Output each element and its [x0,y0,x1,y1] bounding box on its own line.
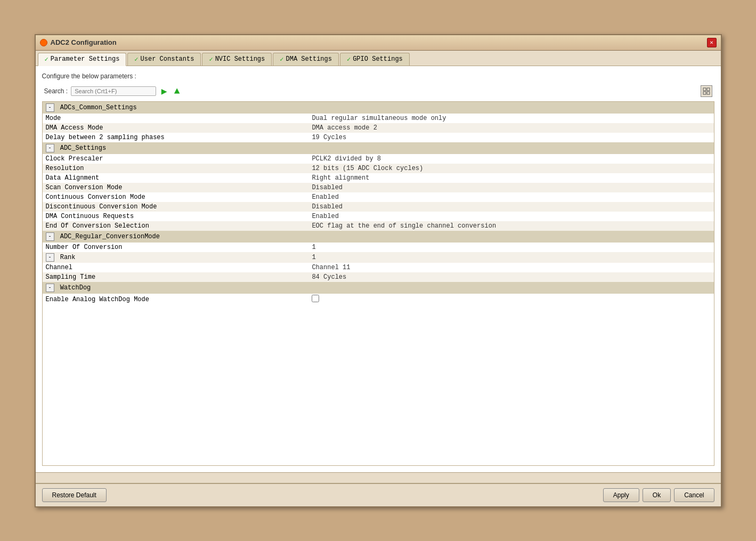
collapse-adc-settings-button[interactable]: - [46,144,54,152]
table-row: Sampling Time 84 Cycles [43,272,714,282]
title-bar: ADC2 Configuration ✕ [36,35,721,51]
param-value: Dual regular simultaneous mode only [308,114,713,123]
search-prev-button[interactable]: ▲ [172,86,182,96]
table-row: Data Alignment Right alignment [43,173,714,183]
main-window: ADC2 Configuration ✕ ✓ Parameter Setting… [35,34,722,507]
section-header-adc-regular: - ADC_Regular_ConversionMode [43,231,714,243]
search-bar: Search : ▶ ▲ [40,83,717,101]
footer-bar: Restore Default Apply Ok Cancel [36,483,721,506]
param-name: Discontinuous Conversion Mode [43,202,309,212]
restore-default-button[interactable]: Restore Default [42,488,107,502]
cancel-button[interactable]: Cancel [674,488,714,502]
param-value: Right alignment [308,173,713,183]
param-name: Delay between 2 sampling phases [43,133,309,142]
param-value: Enabled [308,192,713,202]
param-value: Disabled [308,183,713,192]
tab-check-icon: ✓ [134,55,138,63]
svg-rect-0 [703,88,706,91]
tab-label-user-constants: User Constants [141,55,194,63]
param-name: Sampling Time [43,272,309,282]
tab-label-nvic-settings: NVIC Settings [215,55,265,63]
collapse-rank-button[interactable]: - [46,253,54,262]
collapse-watchdog-button[interactable]: - [46,284,54,292]
param-name: Resolution [43,164,309,173]
section-header-adcs-common: - ADCs_Common_Settings [43,102,714,114]
table-row: End Of Conversion Selection EOC flag at … [43,221,714,231]
close-button[interactable]: ✕ [707,38,717,47]
footer-right-buttons: Apply Ok Cancel [603,488,714,502]
params-table: - ADCs_Common_Settings Mode Dual regular… [43,102,714,465]
tab-label-parameter-settings: Parameter Settings [51,55,120,63]
param-value: EOC flag at the end of single channel co… [308,221,713,231]
param-name: Continuous Conversion Mode [43,192,309,202]
param-value: DMA access mode 2 [308,123,713,133]
param-value: Channel 11 [308,263,713,272]
collapse-adc-regular-button[interactable]: - [46,232,54,241]
svg-rect-3 [707,92,710,94]
table-row: Clock Prescaler PCLK2 divided by 8 [43,154,714,164]
section-header-watchdog: - WatchDog [43,282,714,294]
table-row: DMA Access Mode DMA access mode 2 [43,123,714,133]
tab-dma-settings[interactable]: ✓ DMA Settings [273,53,339,66]
param-value: Disabled [308,202,713,212]
tab-nvic-settings[interactable]: ✓ NVIC Settings [202,53,272,66]
apply-button[interactable]: Apply [603,488,639,502]
table-row: - Rank 1 [43,252,714,263]
table-row: Resolution 12 bits (15 ADC Clock cycles) [43,164,714,173]
tab-user-constants[interactable]: ✓ User Constants [127,53,201,66]
content-area: Configure the below parameters : Search … [36,66,721,472]
section-name-adcs-common: ADCs_Common_Settings [60,104,137,111]
tabs-bar: ✓ Parameter Settings ✓ User Constants ✓ … [36,51,721,66]
enable-watchdog-checkbox[interactable] [312,295,319,302]
bottom-area [36,472,721,483]
tab-check-icon: ✓ [347,55,351,63]
tab-check-icon: ✓ [280,55,283,63]
ok-button[interactable]: Ok [643,488,671,502]
tab-check-icon: ✓ [45,55,48,63]
tab-parameter-settings[interactable]: ✓ Parameter Settings [38,53,127,66]
collapse-adcs-common-button[interactable]: - [46,103,54,112]
window-icon [40,39,47,46]
param-value: 84 Cycles [308,272,713,282]
param-name: Enable Analog WatchDog Mode [43,294,309,305]
table-row: Channel Channel 11 [43,263,714,272]
param-value: 12 bits (15 ADC Clock cycles) [308,164,713,173]
param-name: Number Of Conversion [43,243,309,252]
table-row: Discontinuous Conversion Mode Disabled [43,202,714,212]
param-value: 1 [308,252,713,263]
table-row: DMA Continuous Requests Enabled [43,212,714,221]
table-row: Enable Analog WatchDog Mode [43,294,714,305]
param-name: DMA Access Mode [43,123,309,133]
param-name: - Rank [43,252,309,263]
tab-label-gpio-settings: GPIO Settings [353,55,403,63]
search-label: Search : [44,87,68,95]
title-bar-left: ADC2 Configuration [40,38,117,46]
section-name-watchdog: WatchDog [60,284,91,292]
param-name: Data Alignment [43,173,309,183]
tab-label-dma-settings: DMA Settings [286,55,332,63]
param-value: 19 Cycles [308,133,713,142]
section-name-adc-settings: ADC_Settings [60,144,106,152]
empty-space [43,305,714,465]
param-value: PCLK2 divided by 8 [308,154,713,164]
param-name: End Of Conversion Selection [43,221,309,231]
param-name: Scan Conversion Mode [43,183,309,192]
params-area: - ADCs_Common_Settings Mode Dual regular… [42,101,714,466]
grid-view-button[interactable] [701,85,712,97]
param-value: 1 [308,243,713,252]
table-row: Delay between 2 sampling phases 19 Cycle… [43,133,714,142]
tab-check-icon: ✓ [209,55,213,63]
param-name: DMA Continuous Requests [43,212,309,221]
search-next-button[interactable]: ▶ [159,86,169,96]
table-row: Mode Dual regular simultaneous mode only [43,114,714,123]
tab-gpio-settings[interactable]: ✓ GPIO Settings [340,53,410,66]
param-value [308,294,713,305]
param-name: Channel [43,263,309,272]
table-row: Number Of Conversion 1 [43,243,714,252]
table-row: Continuous Conversion Mode Enabled [43,192,714,202]
search-input[interactable] [71,86,156,96]
param-name: Mode [43,114,309,123]
section-header-adc-settings: - ADC_Settings [43,142,714,154]
window-title: ADC2 Configuration [51,38,117,46]
svg-rect-1 [707,88,710,91]
